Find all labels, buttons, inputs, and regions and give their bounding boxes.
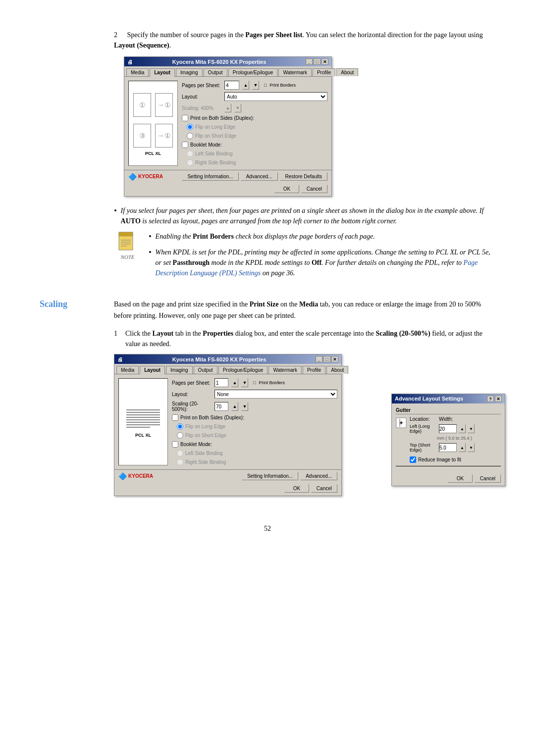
off-bold: Off <box>312 259 321 266</box>
ok-button-2[interactable]: OK <box>284 484 309 493</box>
dialog-preview-panel: ① →① ③ →① PCL XL <box>128 81 178 166</box>
adv-reduce-row: Reduce Image to fit <box>410 456 475 463</box>
flip-long-radio[interactable] <box>187 124 193 130</box>
tab-profile[interactable]: Profile <box>313 68 335 76</box>
dialog2-flip-long-radio[interactable] <box>177 423 183 430</box>
adv-reduce-checkbox[interactable] <box>410 456 416 463</box>
dialog2-scaling-input[interactable] <box>214 402 228 411</box>
dialog2-print-borders-chk: □ <box>253 380 256 385</box>
dialog2-title-icon: 🖨 <box>117 356 123 362</box>
dialog2-flip-short-radio[interactable] <box>177 432 183 439</box>
adv-top-short-label: Top (Short Edge) <box>410 443 437 453</box>
dialog2-pages-up[interactable]: ▲ <box>231 378 238 387</box>
tab-output[interactable]: Output <box>204 68 227 76</box>
dialog2-left-binding-radio <box>177 450 183 456</box>
tab-about[interactable]: About <box>336 68 358 76</box>
line7 <box>126 424 160 425</box>
dialog2-pages-down[interactable]: ▼ <box>241 378 248 387</box>
advanced-button[interactable]: Advanced... <box>241 172 278 181</box>
dialog2-tab-layout[interactable]: Layout <box>140 366 165 374</box>
scaling-spin-up: ▲ <box>224 103 231 112</box>
maximize-button[interactable]: □ <box>314 58 321 65</box>
dialog2-tab-prologue[interactable]: Prologue/Epilogue <box>218 366 268 374</box>
layout-select[interactable]: Auto <box>224 92 327 101</box>
flip-short-edge-row: Flip on Short Edge <box>182 133 327 139</box>
adv-fields: Location: Width: Left (Long Edge) ▲ ▼ mm… <box>410 416 475 463</box>
adv-top-down[interactable]: ▼ <box>468 443 475 452</box>
tab-prologue[interactable]: Prologue/Epilogue <box>228 68 278 76</box>
restore-defaults-button[interactable]: Restore Defaults <box>280 172 327 181</box>
adv-x-btn[interactable]: ✕ <box>495 396 502 402</box>
adv-left-long-label: Left (Long Edge) <box>410 424 437 434</box>
flip-long-label: Flip on Long Edge <box>195 124 235 130</box>
dialog2-tab-about[interactable]: About <box>326 366 348 374</box>
cancel-button-2[interactable]: Cancel <box>311 484 337 493</box>
tab-watermark[interactable]: Watermark <box>278 68 312 76</box>
minimize-button[interactable]: _ <box>306 58 313 65</box>
section1-content: 2 Specify the number of source pages in … <box>109 30 495 289</box>
layout-label: Layout: <box>182 94 221 100</box>
flip-short-label: Flip on Short Edge <box>195 133 236 139</box>
dialog2-minimize[interactable]: _ <box>316 356 322 362</box>
adv-top-input[interactable] <box>439 443 457 452</box>
dialog2-booklet-row: Booklet Mode: <box>172 441 337 448</box>
dialog2-maximize[interactable]: □ <box>323 356 330 362</box>
adv-width-up[interactable]: ▲ <box>459 424 466 433</box>
scaling-step-body: Click the Layout tab in the Properties d… <box>125 328 495 349</box>
tab-layout[interactable]: Layout <box>150 68 175 77</box>
dialog-footer-1: 🔷 KYOCERA Setting Information... Advance… <box>124 170 331 183</box>
flip-short-radio[interactable] <box>187 133 193 139</box>
booklet-mode-checkbox[interactable] <box>182 142 188 148</box>
scaling-step-number: 1 <box>114 328 117 349</box>
mini-page-4: →① <box>155 124 173 148</box>
tab-imaging[interactable]: Imaging <box>176 68 203 76</box>
pages-spin-down[interactable]: ▼ <box>252 81 259 90</box>
cancel-button-1[interactable]: Cancel <box>301 185 327 193</box>
pages-spin-up[interactable]: ▲ <box>242 81 249 90</box>
adv-width-down[interactable]: ▼ <box>468 424 475 433</box>
dialog2-scaling-down[interactable]: ▼ <box>241 402 248 411</box>
page-number: 52 <box>264 525 271 532</box>
dialog2-booklet-lbl: Booklet Mode: <box>180 442 212 447</box>
setting-info-button[interactable]: Setting Information... <box>182 172 238 181</box>
dialog2-tab-output[interactable]: Output <box>194 366 217 374</box>
adv-title-buttons: ? ✕ <box>487 396 502 402</box>
lines-preview <box>123 406 163 431</box>
scaling-right-col: Based on the page and print size specifi… <box>109 299 495 505</box>
adv-cancel-btn[interactable]: Cancel <box>475 474 501 483</box>
print-both-sides-checkbox[interactable] <box>182 115 188 121</box>
dialog2-scaling-up[interactable]: ▲ <box>231 402 238 411</box>
pages-per-sheet-input[interactable] <box>224 81 239 90</box>
bullet-text-2: Enabling the Print Borders check box dis… <box>156 231 375 242</box>
dialog2-close[interactable]: ✕ <box>331 356 338 362</box>
dialog2-title-buttons: _ □ ✕ <box>316 356 338 362</box>
dialog2-advanced-btn[interactable]: Advanced... <box>300 472 337 480</box>
gutter-icon-svg <box>396 417 407 428</box>
adv-width-input[interactable] <box>439 424 457 433</box>
scaling-row: Scaling: 400% ▲ ▼ <box>182 103 327 112</box>
adv-ok-btn[interactable]: OK <box>448 474 473 483</box>
adv-top-short-row: Top (Short Edge) ▲ ▼ <box>410 443 475 453</box>
close-button[interactable]: ✕ <box>321 58 328 65</box>
adv-close-btn[interactable]: ? <box>487 396 494 402</box>
dialog2-tab-profile[interactable]: Profile <box>303 366 325 374</box>
dialog2-pages-input[interactable] <box>214 378 228 387</box>
adv-top-up[interactable]: ▲ <box>459 443 466 452</box>
right-binding-radio <box>187 159 193 166</box>
tab-media[interactable]: Media <box>126 68 149 76</box>
layout-bold: Layout <box>152 330 173 337</box>
dialog-box-1: 🖨 Kyocera Mita FS-6020 KX Properties _ □… <box>124 56 332 197</box>
dialog2-tab-watermark[interactable]: Watermark <box>268 366 302 374</box>
dialog2-layout-select[interactable]: None <box>214 390 337 399</box>
kyocera-label-2: KYOCERA <box>128 473 153 479</box>
dialog2-setting-info-btn[interactable]: Setting Information... <box>242 472 298 480</box>
ok-button-1[interactable]: OK <box>274 185 299 193</box>
page-layout-preview: ① →① ③ →① <box>131 91 175 150</box>
adv-separator <box>396 466 501 466</box>
dialog2-booklet-chk[interactable] <box>172 441 178 448</box>
dialog-title-icon: 🖨 <box>127 59 133 65</box>
dialog2-tab-imaging[interactable]: Imaging <box>166 366 193 374</box>
dialog-titlebar-2: 🖨 Kyocera Mita FS-6020 KX Properties _ □… <box>114 354 341 364</box>
dialog2-tab-media[interactable]: Media <box>116 366 139 374</box>
dialog2-print-both-sides-chk[interactable] <box>172 414 178 421</box>
